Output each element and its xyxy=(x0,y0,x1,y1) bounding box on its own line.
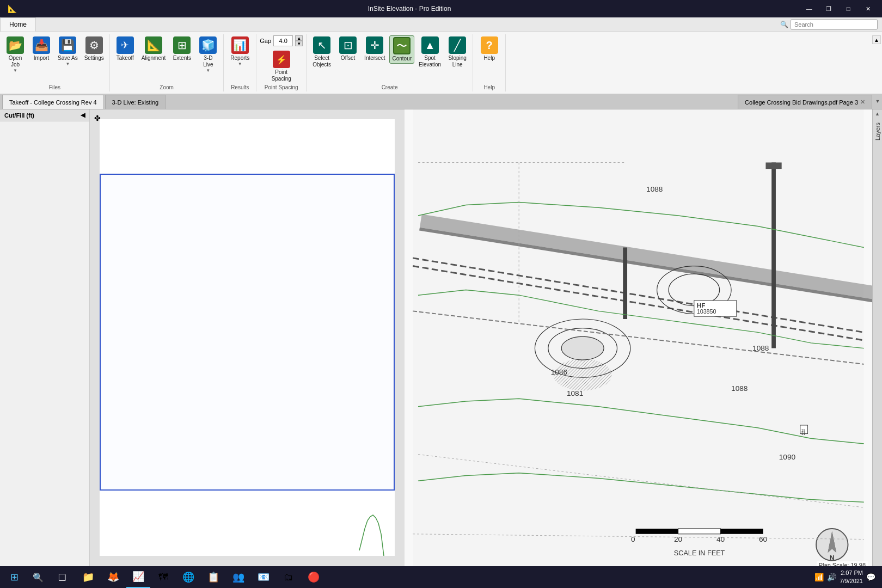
select-objects-button[interactable]: ↖ SelectObjects xyxy=(310,35,334,69)
takeoff-tab-label: Takeoff - College Crossing Rev 4 xyxy=(9,99,97,106)
ribbon-content: 📂 OpenJob ▼ 📥 Import 💾 Save As ▼ ⚙ Setti… xyxy=(0,32,882,94)
taskbar-app-firefox[interactable]: 🦊 xyxy=(101,566,125,588)
pdf-tab-close[interactable]: ✕ xyxy=(860,99,865,106)
extents-button[interactable]: ⊞ Extents xyxy=(170,35,194,63)
svg-rect-29 xyxy=(678,529,721,534)
title-bar: 📐 InSite Elevation - Pro Edition — ❐ □ ✕ xyxy=(0,0,882,17)
3d-live-button[interactable]: 🧊 3-DLive ▼ xyxy=(196,35,220,74)
gap-up-arrow[interactable]: ▲ xyxy=(295,35,303,41)
ribbon-group-files: 📂 OpenJob ▼ 📥 Import 💾 Save As ▼ ⚙ Setti… xyxy=(0,34,110,91)
taskbar-search[interactable]: 🔍 xyxy=(26,566,50,588)
alignment-button[interactable]: 📐 Alignment xyxy=(139,35,168,63)
layers-panel: ▲ Layers xyxy=(872,109,882,571)
intersect-button[interactable]: ✛ Intersect xyxy=(362,35,387,63)
reports-button[interactable]: 📊 Reports ▼ xyxy=(228,35,252,68)
taskbar-apps: 📁 🦊 📈 🗺 🌐 📋 👥 📧 🗂 🔴 xyxy=(76,566,326,588)
point-spacing-button[interactable]: ⚡ PointSpacing xyxy=(270,50,293,83)
search-input[interactable] xyxy=(791,19,878,30)
sloping-line-icon: ╱ xyxy=(449,36,466,54)
offset-icon: ⊡ xyxy=(339,36,357,54)
notification-icon[interactable]: 💬 xyxy=(866,573,875,581)
svg-text:1088: 1088 xyxy=(646,185,663,193)
pdf-tab-label: College Crossing Bid Drawings.pdf Page 3 xyxy=(745,99,858,106)
extents-icon: ⊞ xyxy=(173,36,191,54)
ribbon-scroll-up[interactable]: ▲ xyxy=(872,35,881,44)
ribbon-group-point-spacing: Gap ▲ ▼ ⚡ PointSpacing Point Spacing xyxy=(256,34,307,91)
taskbar-app-extra2[interactable]: 🗂 xyxy=(277,566,301,588)
gap-input[interactable] xyxy=(273,35,293,46)
taskbar-app-maps[interactable]: 🗺 xyxy=(151,566,175,588)
takeoff-icon: ✈ xyxy=(117,36,134,54)
layers-scroll-up[interactable]: ▲ xyxy=(873,109,881,118)
taskbar-app-clipboard[interactable]: 📋 xyxy=(201,566,225,588)
settings-button[interactable]: ⚙ Settings xyxy=(82,35,106,63)
network-icon[interactable]: 📶 xyxy=(814,573,824,581)
open-job-button[interactable]: 📂 OpenJob ▼ xyxy=(3,35,27,74)
pdf-tab-dropdown[interactable]: ▼ xyxy=(873,94,882,109)
clock-date: 7/9/2021 xyxy=(840,577,863,585)
doc-tab-bar: Takeoff - College Crossing Rev 4 3-D Liv… xyxy=(0,94,882,109)
svg-text:SCALE IN FEET: SCALE IN FEET xyxy=(674,549,725,557)
svg-text:11: 11 xyxy=(801,432,806,436)
taskbar-app-insite[interactable]: 📈 xyxy=(126,566,150,588)
main-area: Takeoff - College Crossing Rev 4 3-D Liv… xyxy=(0,94,882,582)
takeoff-button[interactable]: ✈ Takeoff xyxy=(113,35,137,63)
maximize-button[interactable]: ❐ xyxy=(819,0,838,17)
svg-rect-28 xyxy=(636,529,678,534)
3d-live-icon: 🧊 xyxy=(199,36,217,54)
pdf-tab[interactable]: College Crossing Bid Drawings.pdf Page 3… xyxy=(738,95,872,109)
svg-text:N: N xyxy=(830,554,834,561)
svg-text:1088: 1088 xyxy=(731,384,748,393)
app-title: InSite Elevation - Pro Edition xyxy=(20,5,799,13)
gap-control: Gap ▲ ▼ xyxy=(260,35,303,46)
gap-label: Gap xyxy=(260,38,271,44)
3d-live-tab-label: 3-D Live: Existing xyxy=(112,99,159,106)
contour-button[interactable]: 〜 Contour xyxy=(389,35,414,64)
left-panel-toggle[interactable]: ◀ xyxy=(81,112,85,119)
reports-icon: 📊 xyxy=(231,36,249,54)
spot-elevation-icon: ▲ xyxy=(421,36,439,54)
green-lines-overlay xyxy=(351,491,395,556)
pdf-area[interactable]: 1088 1088 1086 1081 1088 1090 HF 103850 xyxy=(405,109,872,571)
layers-label[interactable]: Layers xyxy=(873,118,882,145)
left-panel: Cut/Fill (ft) ◀ xyxy=(0,109,90,571)
offset-button[interactable]: ⊡ Offset xyxy=(336,35,360,63)
spot-elevation-button[interactable]: ▲ SpotElevation xyxy=(416,35,443,69)
ribbon: Home 🔍 📂 OpenJob ▼ 📥 Import xyxy=(0,17,882,94)
window-controls: — ❐ □ ✕ xyxy=(799,0,878,17)
gap-down-arrow[interactable]: ▼ xyxy=(295,41,303,46)
pdf-content-svg: 1088 1088 1086 1081 1088 1090 HF 103850 xyxy=(405,109,872,571)
task-view[interactable]: ❑ xyxy=(50,566,74,588)
drawing-area[interactable]: ✤ xyxy=(90,109,405,571)
app-logo: 📐 xyxy=(4,0,20,17)
taskbar: ⊞ 🔍 ❑ 📁 🦊 📈 🗺 🌐 📋 👥 📧 🗂 🔴 📶 🔊 2:07 PM 7/… xyxy=(0,566,882,588)
3d-live-tab[interactable]: 3-D Live: Existing xyxy=(105,95,166,109)
import-button[interactable]: 📥 Import xyxy=(29,35,53,63)
volume-icon[interactable]: 🔊 xyxy=(827,573,836,581)
search-icon: 🔍 xyxy=(780,21,788,28)
save-as-icon: 💾 xyxy=(59,36,76,54)
gap-arrows: ▲ ▼ xyxy=(295,35,303,46)
svg-point-7 xyxy=(561,336,604,360)
compass[interactable]: ✤ xyxy=(94,114,105,125)
alignment-icon: 📐 xyxy=(145,36,162,54)
save-as-button[interactable]: 💾 Save As ▼ xyxy=(56,35,80,68)
svg-text:103850: 103850 xyxy=(697,308,716,315)
svg-point-24 xyxy=(554,359,612,390)
close-button[interactable]: ✕ xyxy=(858,0,878,17)
taskbar-app-red[interactable]: 🔴 xyxy=(302,566,326,588)
svg-rect-20 xyxy=(765,162,781,169)
cut-fill-label: Cut/Fill (ft) xyxy=(4,112,34,119)
ribbon-tab-bar: Home xyxy=(0,17,36,32)
taskbar-app-outlook[interactable]: 📧 xyxy=(252,566,275,588)
taskbar-app-file-explorer[interactable]: 📁 xyxy=(76,566,100,588)
sloping-line-button[interactable]: ╱ SlopingLine xyxy=(445,35,469,69)
minimize-button[interactable]: — xyxy=(799,0,819,17)
taskbar-app-teams[interactable]: 👥 xyxy=(226,566,250,588)
start-button[interactable]: ⊞ xyxy=(2,566,26,588)
taskbar-app-extra1[interactable]: 🌐 xyxy=(176,566,200,588)
restore-button[interactable]: □ xyxy=(838,0,858,17)
tab-home[interactable]: Home xyxy=(0,17,36,32)
takeoff-tab[interactable]: Takeoff - College Crossing Rev 4 xyxy=(2,95,104,109)
help-button[interactable]: ? Help xyxy=(477,35,501,63)
